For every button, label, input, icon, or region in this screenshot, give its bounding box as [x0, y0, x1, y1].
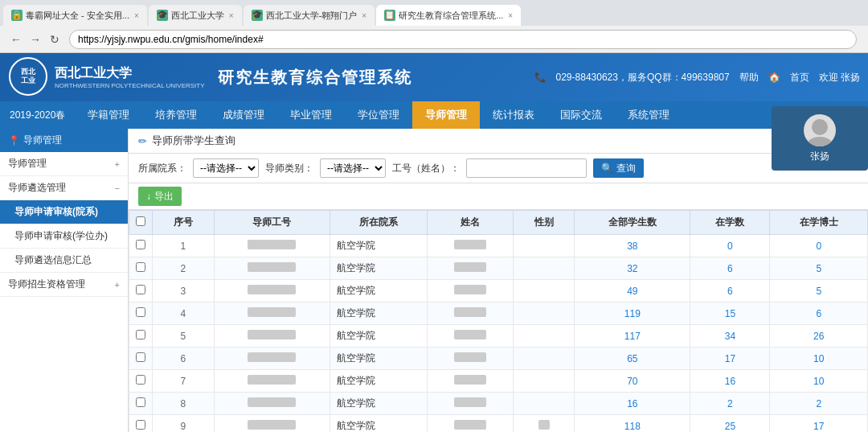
row-num: 7: [153, 370, 215, 393]
tab-2-close[interactable]: ×: [229, 11, 234, 20]
id-input[interactable]: [466, 158, 587, 178]
home-label[interactable]: 首页: [790, 71, 809, 84]
tab-1-close[interactable]: ×: [134, 11, 139, 20]
sidebar: 📍 导师管理 导师管理 + 导师遴选管理 − 导师申请审核(院系) 导师申请审核…: [0, 129, 129, 432]
home-link[interactable]: 🏠: [768, 72, 780, 83]
sidebar-item-apply-edu-label: 导师申请审核(学位办): [14, 229, 108, 243]
table-row: 1 航空学院 38 0 0: [129, 235, 868, 257]
row-name: [428, 325, 514, 348]
row-checkbox[interactable]: [136, 240, 145, 249]
svg-point-1: [807, 137, 833, 146]
table-row: 6 航空学院 65 17 10: [129, 348, 868, 370]
row-phd: 2: [770, 393, 868, 415]
dept-label: 所属院系：: [138, 162, 186, 175]
filter-bar: 所属院系： --请选择-- 导师类别： --请选择-- 工号（姓名）： 🔍 查询: [129, 154, 868, 183]
dept-select[interactable]: --请选择--: [193, 158, 259, 178]
type-select[interactable]: --请选择--: [320, 158, 386, 178]
avatar: [804, 114, 836, 146]
table-row: 7 航空学院 70 16 10: [129, 370, 868, 393]
nav-xuewei[interactable]: 学位管理: [345, 101, 412, 129]
row-name: [428, 370, 514, 393]
logo-area: 西北 工业 西北工业大学 NORTHWESTERN POLYTECHNICAL …: [8, 56, 205, 99]
row-dept: 航空学院: [330, 348, 428, 370]
tab-4-favicon: 📋: [384, 10, 395, 21]
sidebar-item-daoshi-mgmt[interactable]: 导师管理 +: [0, 152, 128, 176]
tab-3-close[interactable]: ×: [362, 11, 366, 20]
phone-icon: 📞: [534, 72, 547, 83]
row-checkbox[interactable]: [136, 375, 145, 385]
nav-daoshi[interactable]: 导师管理: [412, 101, 480, 129]
row-total: 70: [575, 370, 690, 393]
col-num: 序号: [153, 211, 215, 235]
nav-biye[interactable]: 毕业管理: [277, 101, 345, 129]
forward-button[interactable]: →: [26, 30, 45, 49]
app-header: 西北 工业 西北工业大学 NORTHWESTERN POLYTECHNICAL …: [0, 53, 868, 101]
nav-xitong[interactable]: 系统管理: [615, 101, 682, 129]
row-id: [214, 325, 330, 348]
url-input[interactable]: [69, 30, 857, 49]
tab-4-label: 研究生教育综合管理系统...: [399, 10, 503, 22]
tab-2-label: 西北工业大学: [171, 10, 224, 22]
refresh-button[interactable]: ↻: [45, 30, 64, 49]
row-checkbox[interactable]: [136, 352, 145, 362]
tab-1-favicon: 🔒: [11, 10, 23, 21]
tab-3[interactable]: 🎓 西北工业大学-翱翔门户 ×: [244, 5, 375, 26]
tab-1[interactable]: 🔒 毒霸网址大全 - 安全实用... ×: [3, 5, 147, 26]
sidebar-recruit-expand-icon: +: [115, 280, 120, 290]
table-body: 1 航空学院 38 0 0 2 航空学院 32 6 5 3: [129, 235, 868, 433]
app-title: 研究生教育综合管理系统: [218, 67, 412, 88]
row-checkbox[interactable]: [136, 285, 145, 294]
university-name: 西北工业大学: [55, 65, 205, 82]
row-current: 6: [690, 257, 770, 280]
row-checkbox[interactable]: [136, 262, 145, 272]
row-checkbox[interactable]: [136, 420, 145, 430]
row-total: 38: [575, 235, 690, 257]
nav-tongji[interactable]: 统计报表: [480, 101, 547, 129]
sidebar-item-recruit[interactable]: 导师招生资格管理 +: [0, 273, 128, 297]
welcome-text: 欢迎 张扬: [819, 71, 860, 84]
sidebar-item-info[interactable]: 导师遴选信息汇总: [0, 249, 128, 273]
sidebar-item-daoshi-select-label: 导师遴选管理: [8, 181, 66, 195]
help-link[interactable]: 帮助: [739, 71, 759, 84]
row-total: 49: [575, 280, 690, 302]
row-checkbox-cell: [129, 302, 153, 325]
row-current: 17: [690, 348, 770, 370]
sidebar-item-apply-edu[interactable]: 导师申请审核(学位办): [0, 224, 128, 249]
tab-3-label: 西北工业大学-翱翔门户: [266, 10, 358, 22]
row-checkbox[interactable]: [136, 397, 145, 407]
panel-title-icon: ✏: [138, 135, 147, 147]
row-id: [214, 302, 330, 325]
sidebar-header-label: 导师管理: [23, 134, 62, 147]
row-id: [214, 370, 330, 393]
search-icon: 🔍: [601, 163, 613, 174]
col-phd: 在学博士: [770, 211, 868, 235]
row-checkbox[interactable]: [136, 330, 145, 339]
row-checkbox-cell: [129, 370, 153, 393]
row-checkbox[interactable]: [136, 307, 145, 317]
row-dept: 航空学院: [330, 302, 428, 325]
nav-xuji[interactable]: 学籍管理: [75, 101, 142, 129]
tab-bar: 🔒 毒霸网址大全 - 安全实用... × 🎓 西北工业大学 × 🎓 西北工业大学…: [0, 0, 868, 26]
nav-peiyang[interactable]: 培养管理: [142, 101, 210, 129]
address-bar: ← → ↻: [0, 26, 868, 53]
row-total: 65: [575, 348, 690, 370]
sidebar-item-apply-dept[interactable]: 导师申请审核(院系): [0, 200, 128, 224]
svg-text:西北: 西北: [21, 68, 36, 76]
row-current: 0: [690, 235, 770, 257]
back-button[interactable]: ←: [6, 30, 26, 49]
nav-guoji[interactable]: 国际交流: [547, 101, 615, 129]
tab-4[interactable]: 📋 研究生教育综合管理系统... ×: [376, 5, 521, 26]
select-all-checkbox[interactable]: [136, 216, 145, 226]
row-gender: [513, 348, 575, 370]
panel-title-label: 导师所带学生查询: [152, 134, 235, 148]
tab-4-close[interactable]: ×: [508, 11, 513, 20]
row-dept: 航空学院: [330, 280, 428, 302]
export-button[interactable]: ↓ 导出: [138, 187, 182, 206]
sidebar-item-daoshi-select[interactable]: 导师遴选管理 −: [0, 176, 128, 200]
tab-2[interactable]: 🎓 西北工业大学 ×: [149, 5, 242, 26]
nav-chengji[interactable]: 成绩管理: [210, 101, 277, 129]
search-button[interactable]: 🔍 查询: [593, 158, 644, 178]
row-gender: [513, 325, 575, 348]
row-current: 15: [690, 302, 770, 325]
row-current: 25: [690, 415, 770, 433]
